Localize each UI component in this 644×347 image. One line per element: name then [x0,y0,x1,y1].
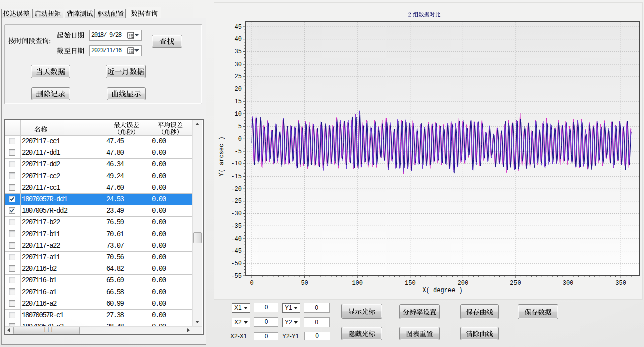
svg-text:0: 0 [250,280,253,287]
svg-text:-55: -55 [231,273,242,280]
svg-text:350: 350 [615,280,626,287]
svg-text:X( degree ): X( degree ) [422,287,462,294]
svg-text:-30: -30 [231,210,242,217]
svg-text:15: 15 [235,98,242,105]
svg-text:150: 150 [405,280,416,287]
svg-text:25: 25 [235,73,242,80]
svg-text:-15: -15 [231,173,242,180]
svg-text:-45: -45 [231,248,242,255]
svg-text:250: 250 [510,280,521,287]
svg-text:50: 50 [301,280,308,287]
svg-text:-40: -40 [231,236,242,243]
svg-text:-25: -25 [231,198,242,205]
svg-text:45: 45 [235,24,242,31]
svg-text:-20: -20 [231,186,242,193]
svg-text:0: 0 [238,136,242,143]
svg-text:35: 35 [235,48,242,55]
svg-text:10: 10 [235,111,242,118]
svg-text:20: 20 [235,86,242,93]
svg-text:40: 40 [235,36,242,43]
svg-text:300: 300 [563,280,574,287]
svg-text:-10: -10 [231,160,242,167]
svg-text:Y( arcsec ): Y( arcsec ) [218,136,225,176]
svg-text:200: 200 [457,280,468,287]
svg-text:30: 30 [235,61,242,68]
svg-text:100: 100 [352,280,363,287]
svg-text:5: 5 [238,123,242,130]
svg-text:-35: -35 [231,223,242,230]
svg-text:-50: -50 [231,260,242,267]
svg-text:-5: -5 [235,148,242,155]
